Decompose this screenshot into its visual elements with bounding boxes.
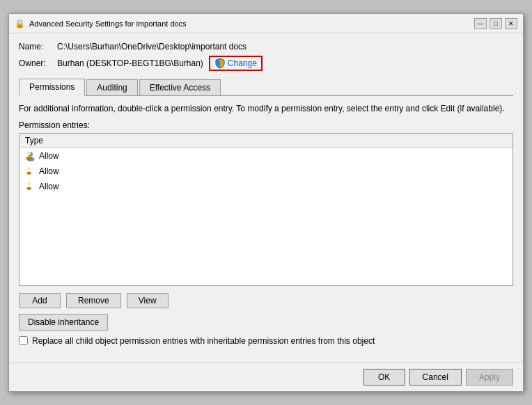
tab-permissions[interactable]: Permissions: [19, 79, 85, 96]
table-row[interactable]: Allow: [19, 164, 513, 179]
name-label: Name:: [19, 42, 57, 51]
row-type-cell: Allow: [19, 164, 513, 179]
title-bar: 🔒 Advanced Security Settings for importa…: [9, 14, 523, 33]
user-icon: [25, 150, 36, 161]
user-icon: [25, 181, 36, 192]
svg-point-9: [28, 182, 31, 185]
minimize-button[interactable]: —: [474, 18, 487, 29]
owner-row: Owner: Burhan (DESKTOP-BEGT1BG\Burhan) C…: [19, 56, 513, 71]
dialog-window: 🔒 Advanced Security Settings for importa…: [8, 13, 524, 392]
disable-inheritance-button[interactable]: Disable inheritance: [19, 314, 108, 331]
svg-point-5: [28, 152, 31, 154]
col-type: Type: [19, 134, 513, 148]
user-icon: [25, 166, 36, 177]
name-value: C:\Users\Burhan\OneDrive\Desktop\importa…: [57, 42, 247, 51]
main-content: Name: C:\Users\Burhan\OneDrive\Desktop\i…: [9, 33, 523, 363]
action-buttons: Add Remove View: [19, 293, 513, 308]
svg-point-8: [26, 172, 31, 175]
table-row[interactable]: Allow: [19, 179, 513, 194]
perm-entries-label: Permission entries:: [19, 120, 513, 130]
shield-icon: [214, 58, 226, 69]
change-button[interactable]: Change: [209, 56, 263, 71]
owner-value: Burhan (DESKTOP-BEGT1BG\Burhan): [57, 58, 203, 68]
row-type-1: Allow: [39, 151, 59, 161]
tab-bar: Permissions Auditing Effective Access: [19, 78, 513, 96]
replace-checkbox[interactable]: [19, 336, 28, 345]
table-row[interactable]: Allow: [19, 148, 513, 164]
replace-checkbox-row: Replace all child object permission entr…: [19, 336, 513, 346]
owner-label: Owner:: [19, 58, 57, 68]
remove-button[interactable]: Remove: [66, 293, 121, 308]
tab-effective-access[interactable]: Effective Access: [139, 79, 221, 95]
dialog-footer: OK Cancel Apply: [9, 363, 523, 391]
svg-point-10: [26, 187, 31, 190]
description-text: For additional information, double-click…: [19, 103, 513, 115]
change-label: Change: [228, 58, 257, 68]
replace-checkbox-label: Replace all child object permission entr…: [32, 336, 375, 346]
add-button[interactable]: Add: [19, 293, 61, 308]
row-type-2: Allow: [39, 166, 59, 176]
permissions-table: Type: [19, 134, 513, 194]
svg-point-7: [28, 167, 31, 170]
permissions-table-container: Type: [19, 133, 513, 286]
row-type-3: Allow: [39, 182, 59, 191]
ok-button[interactable]: OK: [363, 369, 405, 386]
maximize-button[interactable]: □: [490, 18, 502, 29]
svg-point-6: [26, 157, 31, 159]
name-row: Name: C:\Users\Burhan\OneDrive\Desktop\i…: [19, 42, 513, 51]
cancel-button[interactable]: Cancel: [409, 369, 462, 386]
apply-button[interactable]: Apply: [466, 369, 513, 386]
window-title: Advanced Security Settings for important…: [29, 19, 187, 28]
close-button[interactable]: ✕: [505, 18, 517, 29]
view-button[interactable]: View: [127, 293, 169, 308]
row-type-cell: Allow: [19, 179, 513, 194]
tab-auditing[interactable]: Auditing: [86, 79, 137, 95]
title-icon: 🔒: [15, 19, 25, 29]
row-type-cell: Allow: [19, 148, 513, 164]
window-controls: — □ ✕: [474, 18, 517, 29]
